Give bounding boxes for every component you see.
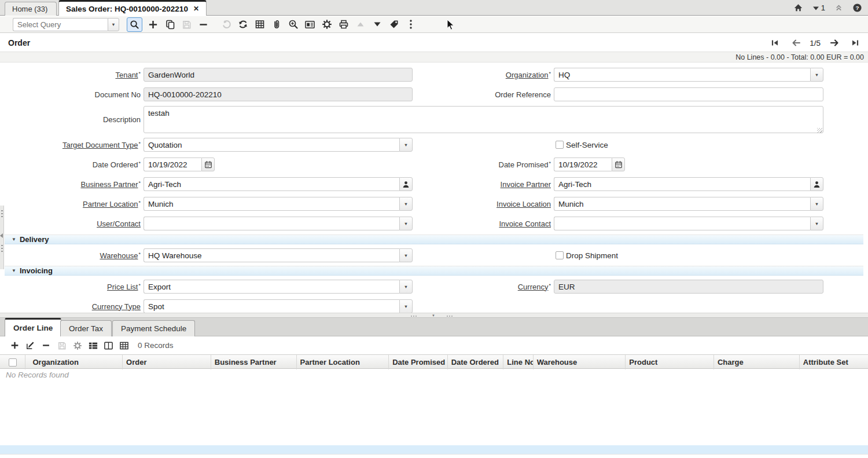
copy-record-button[interactable] <box>161 17 178 32</box>
column-header-organization[interactable]: Organization <box>25 355 123 369</box>
detail-new-button[interactable] <box>7 338 23 353</box>
column-header-attribute-set[interactable]: Attribute Set <box>800 355 868 369</box>
last-record-button[interactable] <box>848 36 862 50</box>
target-document-type-label[interactable]: Target Document Type <box>62 141 138 149</box>
column-header-order[interactable]: Order <box>123 355 211 369</box>
textarea-resize-grip[interactable] <box>817 128 822 133</box>
column-header-date-ordered[interactable]: Date Ordered <box>448 355 504 369</box>
invoice-partner-field[interactable] <box>554 177 810 191</box>
select-all-checkbox[interactable] <box>9 358 17 367</box>
target-document-type-dropdown-button[interactable]: ▼ <box>399 138 413 152</box>
invoice-location-dropdown-button[interactable]: ▼ <box>810 197 823 211</box>
grid-toggle-button[interactable] <box>251 17 268 32</box>
detail-save-button[interactable] <box>54 338 69 353</box>
label-tag-button[interactable] <box>385 17 402 32</box>
tab-order-line[interactable]: Order Line <box>5 318 61 336</box>
date-promised-calendar-button[interactable] <box>612 157 625 171</box>
target-document-type-field[interactable] <box>144 138 399 152</box>
user-contact-field[interactable] <box>144 217 399 230</box>
more-actions-button[interactable] <box>402 17 419 32</box>
detail-edit-button[interactable] <box>23 338 38 353</box>
zoom-across-button[interactable] <box>285 17 301 32</box>
collapse-left-icon[interactable] <box>0 233 3 238</box>
organization-label[interactable]: Organization <box>506 71 549 79</box>
price-list-label[interactable]: Price List <box>107 283 138 291</box>
previous-record-button[interactable] <box>789 36 803 50</box>
date-ordered-calendar-button[interactable] <box>201 157 215 171</box>
tab-home[interactable]: Home (33) <box>5 2 57 16</box>
partner-location-label[interactable]: Partner Location <box>83 200 138 208</box>
toggle-panel-button[interactable] <box>101 338 116 353</box>
warehouse-label[interactable]: Warehouse <box>100 251 138 260</box>
column-header-line-no[interactable]: Line No <box>503 355 533 369</box>
select-query-dropdown-button[interactable]: ▼ <box>108 18 119 31</box>
column-header-date-promised[interactable]: Date Promised <box>389 355 448 369</box>
warehouse-dropdown-button[interactable]: ▼ <box>399 248 413 262</box>
date-promised-field[interactable] <box>554 157 612 171</box>
home-button[interactable] <box>793 3 803 13</box>
description-field[interactable]: testah <box>144 106 823 133</box>
detail-delete-button[interactable] <box>38 338 54 353</box>
help-button[interactable]: ? <box>852 3 862 13</box>
invoice-contact-field[interactable] <box>554 217 810 230</box>
collapse-header-button[interactable] <box>834 3 843 12</box>
order-reference-field[interactable] <box>554 87 823 101</box>
drop-shipment-checkbox[interactable] <box>556 251 564 259</box>
business-partner-label[interactable]: Business Partner <box>80 180 138 189</box>
organization-dropdown-button[interactable]: ▼ <box>810 68 823 82</box>
close-tab-icon[interactable]: ✕ <box>193 5 199 13</box>
detail-pane-splitter[interactable]: ▼ <box>0 313 868 318</box>
new-record-button[interactable] <box>145 17 161 32</box>
save-record-button[interactable] <box>178 17 195 32</box>
tab-payment-schedule[interactable]: Payment Schedule <box>112 320 195 336</box>
delivery-section-header[interactable]: ▼ Delivery <box>5 235 863 244</box>
delete-record-button[interactable] <box>195 17 212 32</box>
invoice-contact-dropdown-button[interactable]: ▼ <box>810 217 823 230</box>
invoice-location-field[interactable] <box>554 197 810 211</box>
invoice-partner-search-button[interactable] <box>810 177 823 191</box>
invoice-location-label[interactable]: Invoice Location <box>496 200 551 208</box>
currency-label[interactable]: Currency <box>518 283 549 291</box>
date-ordered-field[interactable] <box>144 157 201 171</box>
collapse-down-icon[interactable]: ▼ <box>432 314 435 317</box>
first-record-button[interactable] <box>768 36 782 50</box>
tab-sales-order[interactable]: Sales Order: HQ-0010000-202210 ✕ <box>58 0 207 16</box>
currency-type-dropdown-button[interactable]: ▼ <box>399 299 413 313</box>
column-header-partner-location[interactable]: Partner Location <box>297 355 389 369</box>
invoice-partner-label[interactable]: Invoice Partner <box>501 180 551 189</box>
date-promised-label: Date Promised <box>499 160 549 169</box>
currency-type-label[interactable]: Currency Type <box>92 302 141 311</box>
warehouse-field[interactable] <box>144 248 399 262</box>
print-button[interactable] <box>335 17 352 32</box>
find-record-button[interactable] <box>127 17 142 32</box>
quick-entry-button[interactable] <box>85 338 101 353</box>
partner-location-field[interactable] <box>144 197 399 211</box>
detail-grid-button[interactable] <box>116 338 132 353</box>
price-list-field[interactable] <box>144 280 399 294</box>
detail-process-button[interactable] <box>69 338 85 353</box>
parent-record-button[interactable] <box>352 17 369 32</box>
column-header-product[interactable]: Product <box>626 355 714 369</box>
column-header-business-partner[interactable]: Business Partner <box>211 355 297 369</box>
currency-type-field[interactable] <box>144 299 399 313</box>
select-query-input[interactable] <box>13 18 108 31</box>
west-panel-splitter[interactable] <box>0 206 4 269</box>
undo-changes-button[interactable] <box>218 17 234 32</box>
attachment-button[interactable] <box>268 17 285 32</box>
organization-field[interactable] <box>554 68 810 82</box>
process-button[interactable] <box>318 17 335 32</box>
detail-record-button[interactable] <box>369 17 385 32</box>
invoicing-section-header[interactable]: ▼ Invoicing <box>5 266 863 276</box>
tab-order-tax[interactable]: Order Tax <box>60 320 112 336</box>
tenant-label[interactable]: Tenant <box>115 71 138 79</box>
next-record-button[interactable] <box>827 36 841 50</box>
user-contact-label[interactable]: User/Contact <box>97 219 141 228</box>
chat-notes-button[interactable] <box>301 17 318 32</box>
invoice-contact-label[interactable]: Invoice Contact <box>499 219 551 228</box>
business-partner-field[interactable] <box>144 177 399 191</box>
workspace-selector[interactable]: 1 <box>812 3 825 12</box>
refresh-button[interactable] <box>234 17 251 32</box>
column-header-warehouse[interactable]: Warehouse <box>534 355 626 369</box>
self-service-checkbox[interactable] <box>556 141 564 149</box>
column-header-charge[interactable]: Charge <box>714 355 800 369</box>
